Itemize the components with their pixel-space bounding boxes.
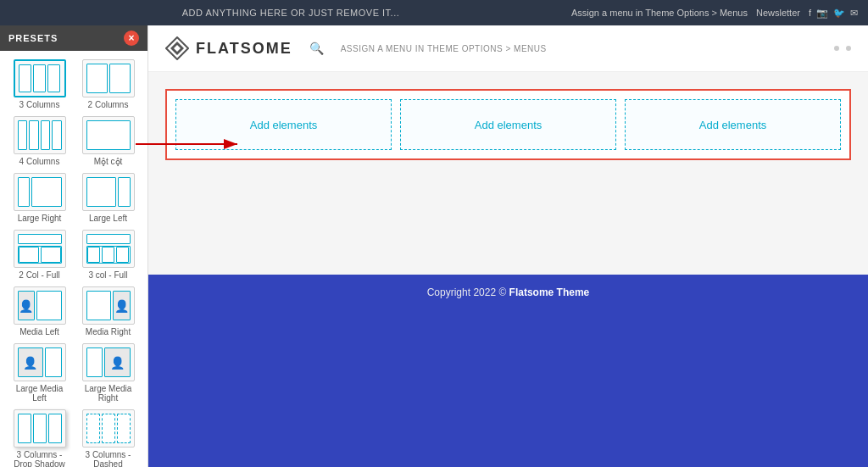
top-bar: ADD ANYTHING HERE OR JUST REMOVE IT... A… (0, 0, 868, 25)
page-footer: Copyright 2022 © Flatsome Theme (148, 275, 868, 467)
add-element-col-1[interactable]: Add elements (175, 99, 392, 150)
preset-large-media-left[interactable]: 👤 Large Media Left (8, 343, 70, 403)
add-element-label-1: Add elements (250, 119, 318, 131)
preset-large-media-right-label: Large Media Right (77, 384, 139, 403)
preset-media-left[interactable]: 👤 Media Left (8, 286, 70, 336)
add-element-col-3[interactable]: Add elements (625, 99, 841, 150)
footer-copyright: Copyright 2022 © Flatsome Theme (427, 286, 590, 298)
preset-2-columns-label: 2 Columns (88, 100, 129, 109)
add-element-label-3: Add elements (699, 119, 767, 131)
email-icon[interactable]: ✉ (850, 8, 858, 19)
row-container: Add elements Add elements Add elements (165, 89, 851, 160)
preset-2-columns[interactable]: 2 Columns (77, 59, 139, 109)
top-bar-center-text: ADD ANYTHING HERE OR JUST REMOVE IT... (182, 8, 400, 18)
preset-2col-full-label: 2 Col - Full (19, 270, 59, 280)
brand-logo: FLATSOME (165, 36, 292, 60)
preset-large-media-right[interactable]: 👤 Large Media Right (77, 343, 139, 403)
social-icons: f 📷 🐦 ✉ (809, 8, 858, 19)
search-icon[interactable]: 🔍 (309, 42, 324, 55)
preset-large-right-label: Large Right (18, 214, 62, 223)
preset-large-left[interactable]: Large Left (77, 173, 139, 223)
main-layout: PRESETS × 3 Columns 2 Columns (0, 25, 868, 467)
preset-large-right[interactable]: Large Right (8, 173, 70, 223)
preset-large-left-label: Large Left (89, 214, 127, 223)
instagram-icon[interactable]: 📷 (816, 8, 828, 19)
facebook-icon[interactable]: f (809, 8, 811, 19)
preset-4-columns-label: 4 Columns (19, 157, 60, 166)
preset-3col-drop-shadow-label: 3 Columns - Drop Shadow (8, 450, 70, 467)
preset-mot-cot[interactable]: Một cột (77, 116, 139, 166)
nav-dot-2 (846, 46, 851, 51)
preset-3col-full-label: 3 col - Full (88, 270, 127, 280)
sidebar-title: PRESETS (8, 33, 58, 43)
preset-mot-cot-label: Một cột (94, 157, 123, 166)
preset-large-media-left-label: Large Media Left (8, 384, 70, 403)
preset-3-columns[interactable]: 3 Columns (8, 59, 70, 109)
preset-4-columns[interactable]: 4 Columns (8, 116, 70, 166)
sidebar-header: PRESETS × (0, 25, 147, 51)
sidebar: PRESETS × 3 Columns 2 Columns (0, 25, 148, 467)
nav-right (834, 46, 851, 51)
preset-3-columns-label: 3 Columns (19, 100, 60, 109)
presets-grid: 3 Columns 2 Columns 4 Columns (0, 51, 147, 467)
preset-3col-drop-shadow[interactable]: 3 Columns - Drop Shadow (8, 409, 70, 467)
content-area: FLATSOME 🔍 ASSIGN A MENU IN THEME OPTION… (148, 25, 868, 467)
brand-name: FLATSOME (196, 40, 292, 58)
preset-media-right[interactable]: 👤 Media Right (77, 286, 139, 336)
assign-menu-text: Assign a menu in Theme Options > Menus (571, 8, 748, 18)
nav-bar: FLATSOME 🔍 ASSIGN A MENU IN THEME OPTION… (148, 25, 868, 72)
preset-3col-dashed[interactable]: 3 Columns - Dashed (77, 409, 139, 467)
builder-area: Add elements Add elements Add elements (148, 72, 868, 275)
twitter-icon[interactable]: 🐦 (833, 8, 845, 19)
add-element-col-2[interactable]: Add elements (400, 99, 616, 150)
newsletter-label[interactable]: Newsletter (756, 8, 800, 18)
brand-icon (165, 36, 189, 60)
nav-menu-text: ASSIGN A MENU IN THEME OPTIONS > MENUS (341, 44, 547, 53)
add-element-label-2: Add elements (475, 119, 542, 131)
preset-media-right-label: Media Right (86, 327, 131, 336)
sidebar-close-button[interactable]: × (124, 31, 139, 46)
nav-dot-1 (834, 46, 839, 51)
preset-3col-dashed-label: 3 Columns - Dashed (77, 450, 139, 467)
top-bar-right: Assign a menu in Theme Options > Menus N… (571, 8, 858, 19)
preset-2col-full[interactable]: 2 Col - Full (8, 230, 70, 280)
preset-3col-full[interactable]: 3 col - Full (77, 230, 139, 280)
preset-media-left-label: Media Left (19, 327, 59, 336)
